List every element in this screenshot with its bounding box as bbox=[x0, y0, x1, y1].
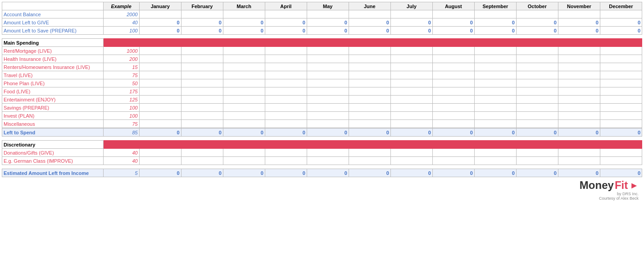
rent-dec[interactable] bbox=[600, 47, 642, 55]
donations-feb[interactable] bbox=[181, 149, 223, 157]
donations-apr[interactable] bbox=[265, 149, 307, 157]
misc-may[interactable] bbox=[307, 120, 349, 128]
amount-left-give-sep[interactable]: 0 bbox=[474, 18, 516, 27]
health-apr[interactable] bbox=[265, 55, 307, 63]
german-feb[interactable] bbox=[181, 157, 223, 165]
rent-mar[interactable] bbox=[223, 47, 265, 55]
donations-may[interactable] bbox=[307, 149, 349, 157]
rent-jul[interactable] bbox=[390, 47, 432, 55]
rent-may[interactable] bbox=[307, 47, 349, 55]
phone-oct[interactable] bbox=[516, 79, 558, 87]
donations-nov[interactable] bbox=[558, 149, 600, 157]
health-dec[interactable] bbox=[600, 55, 642, 63]
amount-left-save-oct[interactable]: 0 bbox=[516, 27, 558, 35]
account-balance-jan[interactable] bbox=[139, 10, 181, 18]
misc-sep[interactable] bbox=[474, 120, 516, 128]
estimated-nov[interactable]: 0 bbox=[558, 169, 600, 177]
left-to-spend-jan[interactable]: 0 bbox=[139, 128, 181, 137]
entertainment-jun[interactable] bbox=[349, 96, 390, 104]
donations-example[interactable]: 40 bbox=[103, 149, 139, 157]
estimated-mar[interactable]: 0 bbox=[223, 169, 265, 177]
renters-dec[interactable] bbox=[600, 63, 642, 71]
food-example[interactable]: 175 bbox=[103, 87, 139, 96]
german-jun[interactable] bbox=[349, 157, 390, 165]
travel-dec[interactable] bbox=[600, 71, 642, 79]
estimated-example[interactable]: 5 bbox=[103, 169, 139, 177]
entertainment-example[interactable]: 125 bbox=[103, 96, 139, 104]
amount-left-give-aug[interactable]: 0 bbox=[432, 18, 474, 27]
food-jan[interactable] bbox=[139, 87, 181, 96]
food-may[interactable] bbox=[307, 87, 349, 96]
rent-mortgage-example[interactable]: 1000 bbox=[103, 47, 139, 55]
entertainment-aug[interactable] bbox=[432, 96, 474, 104]
rent-apr[interactable] bbox=[265, 47, 307, 55]
account-balance-example[interactable]: 2000 bbox=[103, 10, 139, 18]
german-apr[interactable] bbox=[265, 157, 307, 165]
travel-feb[interactable] bbox=[181, 71, 223, 79]
amount-left-save-jul[interactable]: 0 bbox=[390, 27, 432, 35]
invest-oct[interactable] bbox=[516, 112, 558, 120]
german-may[interactable] bbox=[307, 157, 349, 165]
health-insurance-example[interactable]: 200 bbox=[103, 55, 139, 63]
estimated-sep[interactable]: 0 bbox=[474, 169, 516, 177]
estimated-apr[interactable]: 0 bbox=[265, 169, 307, 177]
health-feb[interactable] bbox=[181, 55, 223, 63]
estimated-dec[interactable]: 0 bbox=[600, 169, 642, 177]
misc-mar[interactable] bbox=[223, 120, 265, 128]
account-balance-feb[interactable] bbox=[181, 10, 223, 18]
amount-left-save-sep[interactable]: 0 bbox=[474, 27, 516, 35]
amount-left-give-jan[interactable]: 0 bbox=[139, 18, 181, 27]
rent-oct[interactable] bbox=[516, 47, 558, 55]
estimated-feb[interactable]: 0 bbox=[181, 169, 223, 177]
misc-jan[interactable] bbox=[139, 120, 181, 128]
left-to-spend-mar[interactable]: 0 bbox=[223, 128, 265, 137]
german-oct[interactable] bbox=[516, 157, 558, 165]
invest-may[interactable] bbox=[307, 112, 349, 120]
entertainment-feb[interactable] bbox=[181, 96, 223, 104]
account-balance-jul[interactable] bbox=[390, 10, 432, 18]
food-dec[interactable] bbox=[600, 87, 642, 96]
misc-aug[interactable] bbox=[432, 120, 474, 128]
estimated-may[interactable]: 0 bbox=[307, 169, 349, 177]
amount-left-give-mar[interactable]: 0 bbox=[223, 18, 265, 27]
travel-may[interactable] bbox=[307, 71, 349, 79]
german-nov[interactable] bbox=[558, 157, 600, 165]
food-jul[interactable] bbox=[390, 87, 432, 96]
phone-jul[interactable] bbox=[390, 79, 432, 87]
german-sep[interactable] bbox=[474, 157, 516, 165]
travel-apr[interactable] bbox=[265, 71, 307, 79]
misc-example[interactable]: 75 bbox=[103, 120, 139, 128]
entertainment-jan[interactable] bbox=[139, 96, 181, 104]
savings-dec[interactable] bbox=[600, 104, 642, 112]
german-dec[interactable] bbox=[600, 157, 642, 165]
invest-feb[interactable] bbox=[181, 112, 223, 120]
left-to-spend-example[interactable]: 85 bbox=[103, 128, 139, 137]
savings-jun[interactable] bbox=[349, 104, 390, 112]
german-jul[interactable] bbox=[390, 157, 432, 165]
entertainment-oct[interactable] bbox=[516, 96, 558, 104]
left-to-spend-jun[interactable]: 0 bbox=[349, 128, 390, 137]
food-nov[interactable] bbox=[558, 87, 600, 96]
left-to-spend-jul[interactable]: 0 bbox=[390, 128, 432, 137]
entertainment-apr[interactable] bbox=[265, 96, 307, 104]
donations-jun[interactable] bbox=[349, 149, 390, 157]
phone-dec[interactable] bbox=[600, 79, 642, 87]
renters-jul[interactable] bbox=[390, 63, 432, 71]
account-balance-apr[interactable] bbox=[265, 10, 307, 18]
amount-left-give-nov[interactable]: 0 bbox=[558, 18, 600, 27]
german-aug[interactable] bbox=[432, 157, 474, 165]
travel-jul[interactable] bbox=[390, 71, 432, 79]
donations-aug[interactable] bbox=[432, 149, 474, 157]
renters-aug[interactable] bbox=[432, 63, 474, 71]
amount-left-give-oct[interactable]: 0 bbox=[516, 18, 558, 27]
amount-left-give-jul[interactable]: 0 bbox=[390, 18, 432, 27]
travel-mar[interactable] bbox=[223, 71, 265, 79]
phone-jan[interactable] bbox=[139, 79, 181, 87]
misc-apr[interactable] bbox=[265, 120, 307, 128]
savings-nov[interactable] bbox=[558, 104, 600, 112]
misc-feb[interactable] bbox=[181, 120, 223, 128]
amount-left-give-feb[interactable]: 0 bbox=[181, 18, 223, 27]
health-mar[interactable] bbox=[223, 55, 265, 63]
left-to-spend-nov[interactable]: 0 bbox=[558, 128, 600, 137]
savings-may[interactable] bbox=[307, 104, 349, 112]
